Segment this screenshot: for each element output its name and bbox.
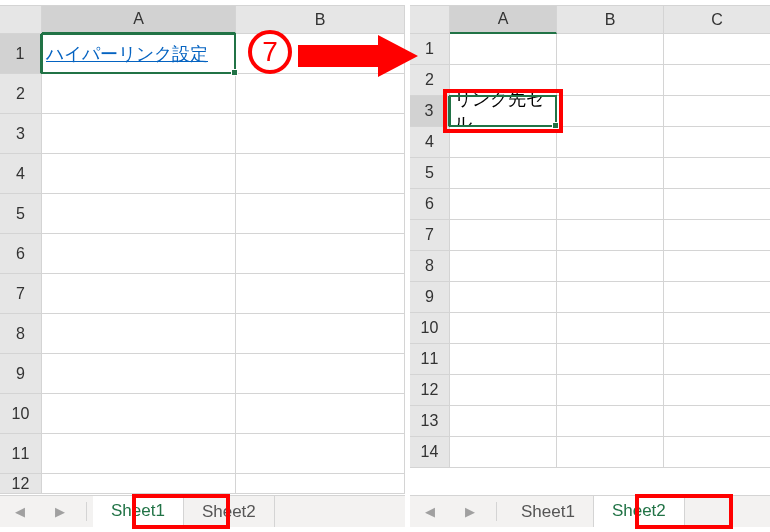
cell-B2[interactable]: [236, 74, 405, 114]
cell-C6[interactable]: [664, 189, 770, 220]
row-header-4[interactable]: 4: [410, 127, 450, 158]
cell-A8[interactable]: [450, 251, 557, 282]
cell-B9[interactable]: [236, 354, 405, 394]
cell-A4[interactable]: [42, 154, 236, 194]
cell-A7[interactable]: [42, 274, 236, 314]
tab-scroll-left[interactable]: ◀: [0, 496, 40, 527]
cell-B6[interactable]: [236, 234, 405, 274]
cell-B1[interactable]: [557, 34, 664, 65]
row-header-1[interactable]: 1: [0, 34, 42, 74]
row-header-8[interactable]: 8: [0, 314, 42, 354]
row-header-6[interactable]: 6: [0, 234, 42, 274]
row-header-12[interactable]: 12: [410, 375, 450, 406]
cell-A3[interactable]: [42, 114, 236, 154]
row-header-4[interactable]: 4: [0, 154, 42, 194]
cell-B12[interactable]: [236, 474, 405, 494]
row-header-11[interactable]: 11: [0, 434, 42, 474]
cell-C9[interactable]: [664, 282, 770, 313]
row-header-12[interactable]: 12: [0, 474, 42, 494]
cell-B12[interactable]: [557, 375, 664, 406]
cell-B9[interactable]: [557, 282, 664, 313]
cell-A5[interactable]: [42, 194, 236, 234]
row-header-10[interactable]: 10: [410, 313, 450, 344]
cell-B10[interactable]: [236, 394, 405, 434]
cell-C2[interactable]: [664, 65, 770, 96]
row-header-7[interactable]: 7: [0, 274, 42, 314]
row-header-8[interactable]: 8: [410, 251, 450, 282]
tab-scroll-right[interactable]: ▶: [450, 496, 490, 527]
row-header-13[interactable]: 13: [410, 406, 450, 437]
sheet-tab-sheet2[interactable]: Sheet2: [184, 496, 275, 527]
cell-C8[interactable]: [664, 251, 770, 282]
column-header-A[interactable]: A: [450, 6, 557, 34]
cell-C7[interactable]: [664, 220, 770, 251]
row-header-5[interactable]: 5: [0, 194, 42, 234]
cell-B10[interactable]: [557, 313, 664, 344]
row-header-6[interactable]: 6: [410, 189, 450, 220]
row-header-14[interactable]: 14: [410, 437, 450, 468]
sheet-tab-sheet1[interactable]: Sheet1: [503, 496, 594, 527]
cell-A7[interactable]: [450, 220, 557, 251]
cell-A6[interactable]: [450, 189, 557, 220]
row-header-3[interactable]: 3: [410, 96, 450, 127]
cell-C14[interactable]: [664, 437, 770, 468]
cell-B13[interactable]: [557, 406, 664, 437]
row-header-10[interactable]: 10: [0, 394, 42, 434]
cell-C13[interactable]: [664, 406, 770, 437]
cell-A3[interactable]: リンク先セル: [450, 96, 557, 127]
row-header-7[interactable]: 7: [410, 220, 450, 251]
cell-A10[interactable]: [450, 313, 557, 344]
cell-B7[interactable]: [557, 220, 664, 251]
column-header-A[interactable]: A: [42, 6, 236, 34]
tab-scroll-left[interactable]: ◀: [410, 496, 450, 527]
sheet-tab-sheet1[interactable]: Sheet1: [93, 496, 184, 527]
cell-B3[interactable]: [236, 114, 405, 154]
cell-C3[interactable]: [664, 96, 770, 127]
cell-A12[interactable]: [450, 375, 557, 406]
cell-B3[interactable]: [557, 96, 664, 127]
cell-C1[interactable]: [664, 34, 770, 65]
cell-A12[interactable]: [42, 474, 236, 494]
cell-B5[interactable]: [236, 194, 405, 234]
cell-A4[interactable]: [450, 127, 557, 158]
cell-A9[interactable]: [42, 354, 236, 394]
cell-A5[interactable]: [450, 158, 557, 189]
column-header-B[interactable]: B: [236, 6, 405, 34]
cell-A1[interactable]: [450, 34, 557, 65]
row-header-5[interactable]: 5: [410, 158, 450, 189]
cell-B14[interactable]: [557, 437, 664, 468]
cell-A9[interactable]: [450, 282, 557, 313]
cell-A8[interactable]: [42, 314, 236, 354]
cell-B8[interactable]: [557, 251, 664, 282]
row-header-9[interactable]: 9: [410, 282, 450, 313]
cell-A2[interactable]: [42, 74, 236, 114]
cell-B4[interactable]: [557, 127, 664, 158]
cell-A6[interactable]: [42, 234, 236, 274]
cell-A10[interactable]: [42, 394, 236, 434]
cell-B8[interactable]: [236, 314, 405, 354]
cell-B11[interactable]: [236, 434, 405, 474]
select-all-corner[interactable]: [0, 6, 42, 34]
cell-B4[interactable]: [236, 154, 405, 194]
row-header-3[interactable]: 3: [0, 114, 42, 154]
cell-A11[interactable]: [450, 344, 557, 375]
row-header-9[interactable]: 9: [0, 354, 42, 394]
cell-B6[interactable]: [557, 189, 664, 220]
cell-C12[interactable]: [664, 375, 770, 406]
column-header-C[interactable]: C: [664, 6, 770, 34]
hyperlink-text[interactable]: ハイパーリンク設定: [46, 42, 208, 66]
cell-A13[interactable]: [450, 406, 557, 437]
select-all-corner[interactable]: [410, 6, 450, 34]
sheet-tab-sheet2[interactable]: Sheet2: [594, 496, 685, 527]
cell-C11[interactable]: [664, 344, 770, 375]
cell-B5[interactable]: [557, 158, 664, 189]
cell-C4[interactable]: [664, 127, 770, 158]
column-header-B[interactable]: B: [557, 6, 664, 34]
tab-scroll-right[interactable]: ▶: [40, 496, 80, 527]
cell-A14[interactable]: [450, 437, 557, 468]
cell-B11[interactable]: [557, 344, 664, 375]
row-header-2[interactable]: 2: [0, 74, 42, 114]
cell-A1[interactable]: ハイパーリンク設定: [42, 34, 236, 74]
row-header-11[interactable]: 11: [410, 344, 450, 375]
cell-B2[interactable]: [557, 65, 664, 96]
